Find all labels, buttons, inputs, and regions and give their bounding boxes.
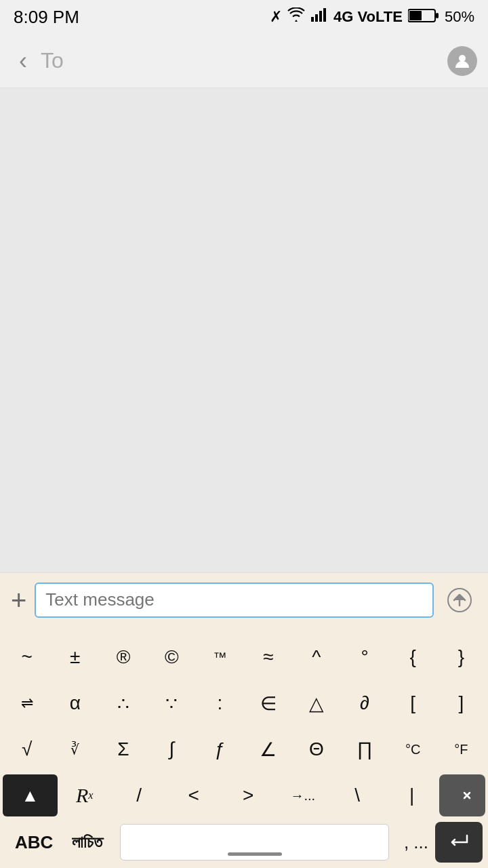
spacebar-key[interactable] [120,824,389,861]
key-arrows[interactable]: ⇌ [3,682,51,724]
wifi-icon [287,7,305,26]
key-pi[interactable]: ∏ [340,728,388,770]
svg-rect-0 [311,17,314,22]
comma-key[interactable]: , ... [397,828,435,857]
key-triangle[interactable]: △ [292,682,340,724]
key-less[interactable]: < [167,774,222,816]
lang-key[interactable]: লাচিত [62,829,112,856]
key-slash[interactable]: / [112,774,167,816]
status-bar: 8:09 PM ✗ 4G VoLTE [0,0,488,34]
key-arrow-ellipsis[interactable]: →... [276,774,331,816]
input-bar: + [0,572,488,627]
key-partial[interactable]: ∂ [340,682,388,724]
back-button[interactable]: ‹ [11,41,35,81]
svg-rect-5 [409,11,422,20]
key-rbrace[interactable]: } [437,636,485,678]
key-celsius[interactable]: °C [389,728,437,770]
key-cbrt[interactable]: ∛ [51,728,99,770]
header-bar: ‹ To [0,34,488,88]
add-attachment-button[interactable]: + [11,587,26,614]
signal-icon [310,7,328,26]
key-tilde[interactable]: ~ [3,636,51,678]
key-degree[interactable]: ° [340,636,388,678]
key-sigma[interactable]: Σ [99,728,147,770]
keyboard-row-3: √ ∛ Σ ∫ ƒ ∠ Θ ∏ °C °F [3,728,485,770]
key-caret[interactable]: ^ [292,636,340,678]
key-fahrenheit[interactable]: °F [437,728,485,770]
message-area [0,88,488,572]
key-greater[interactable]: > [221,774,276,816]
key-pipe[interactable]: | [385,774,440,816]
contact-picker-button[interactable] [447,46,477,76]
message-input[interactable] [35,583,434,618]
svg-rect-2 [319,11,322,22]
key-backslash[interactable]: \ [330,774,385,816]
bluetooth-icon: ✗ [270,8,282,26]
key-trademark[interactable]: ™ [196,636,244,678]
keyboard: ~ ± ® © ™ ≈ ^ ° { } ⇌ α ∴ ∵ : ∈ △ ∂ [ ] … [0,627,488,868]
svg-rect-3 [323,8,326,22]
keyboard-bottom-row: ABC লাচিত , ... [3,821,485,868]
key-lbracket[interactable]: [ [389,682,437,724]
shift-key[interactable]: ▲ [3,774,58,816]
key-integral[interactable]: ∫ [148,728,196,770]
key-lbrace[interactable]: { [389,636,437,678]
backspace-key[interactable] [439,774,485,816]
network-label: 4G VoLTE [333,8,403,26]
key-alpha[interactable]: α [51,682,99,724]
key-theta[interactable]: Θ [292,728,340,770]
key-angle[interactable]: ∠ [244,728,292,770]
spacebar-indicator [228,852,282,856]
key-rx[interactable]: Rx [58,774,113,816]
battery-percent: 50% [445,8,474,26]
enter-key[interactable] [435,822,483,863]
key-colon[interactable]: : [196,682,244,724]
svg-rect-6 [436,13,439,18]
key-registered[interactable]: ® [99,636,147,678]
abc-key[interactable]: ABC [5,828,62,857]
key-sqrt[interactable]: √ [3,728,51,770]
key-element[interactable]: ∈ [244,682,292,724]
battery-icon [408,7,439,27]
key-florin[interactable]: ƒ [196,728,244,770]
key-plusminus[interactable]: ± [51,636,99,678]
keyboard-row-2: ⇌ α ∴ ∵ : ∈ △ ∂ [ ] [3,682,485,724]
svg-rect-1 [315,14,318,22]
status-time: 8:09 PM [14,7,79,28]
key-approx[interactable]: ≈ [244,636,292,678]
to-field-placeholder[interactable]: To [35,48,447,73]
keyboard-row-1: ~ ± ® © ™ ≈ ^ ° { } [3,636,485,678]
keyboard-row-4: ▲ Rx / < > →... \ | [3,774,485,816]
send-button[interactable] [442,583,477,618]
key-rbracket[interactable]: ] [437,682,485,724]
svg-point-7 [459,55,466,62]
status-icons: ✗ 4G VoLTE [270,7,474,27]
key-therefore[interactable]: ∴ [99,682,147,724]
key-copyright[interactable]: © [148,636,196,678]
key-because[interactable]: ∵ [148,682,196,724]
